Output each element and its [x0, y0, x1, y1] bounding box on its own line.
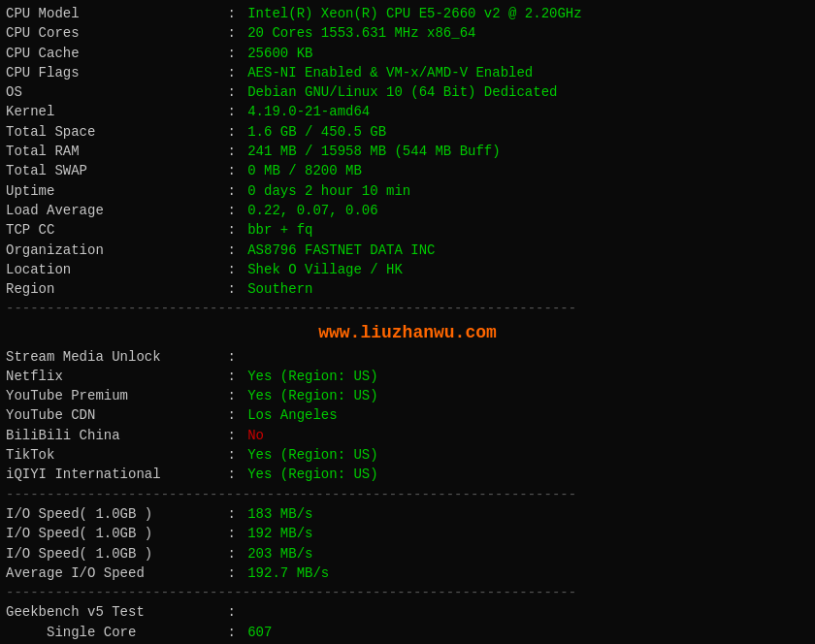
total-space-row: Total Space : 1.6 GB / 450.5 GB	[6, 122, 809, 142]
total-swap-row: Total SWAP : 0 MB / 8200 MB	[6, 161, 809, 180]
iqiyi-row: iQIYI International : Yes (Region: US)	[6, 465, 809, 484]
os-row: OS : Debian GNU/Linux 10 (64 Bit) Dedica…	[6, 82, 809, 102]
load-average-row: Load Average : 0.22, 0.07, 0.06	[6, 201, 809, 220]
os-value: Debian GNU/Linux 10 (64 Bit) Dedicated	[247, 82, 557, 102]
organization-value: AS8796 FASTNET DATA INC	[247, 241, 435, 260]
region-value: Southern	[247, 279, 312, 299]
tiktok-row: TikTok : Yes (Region: US)	[6, 445, 809, 465]
cpu-model-value: Intel(R) Xeon(R) CPU E5-2660 v2 @ 2.20GH…	[247, 4, 581, 23]
avg-io-label: Average I/O Speed	[6, 564, 219, 583]
netflix-value: Yes (Region: US)	[247, 367, 377, 386]
location-value: Shek O Village / HK	[247, 260, 403, 279]
kernel-row: Kernel : 4.19.0-21-amd64	[6, 102, 809, 121]
youtube-premium-label: YouTube Premium	[6, 386, 219, 405]
netflix-row: Netflix : Yes (Region: US)	[6, 367, 809, 386]
divider-3: ----------------------------------------…	[6, 583, 809, 602]
cpu-cores-row: CPU Cores : 20 Cores 1553.631 MHz x86_64	[6, 23, 809, 43]
cpu-flags-value: AES-NI Enabled & VM-x/AMD-V Enabled	[247, 63, 533, 82]
kernel-value: 4.19.0-21-amd64	[247, 102, 370, 121]
cpu-cores-label: CPU Cores	[6, 23, 219, 43]
watermark: www.liuzhanwu.com	[6, 319, 809, 347]
terminal: CPU Model : Intel(R) Xeon(R) CPU E5-2660…	[0, 0, 815, 644]
total-swap-label: Total SWAP	[6, 161, 219, 180]
region-row: Region : Southern	[6, 279, 809, 299]
youtube-cdn-label: YouTube CDN	[6, 405, 219, 425]
load-average-label: Load Average	[6, 201, 219, 220]
tcp-cc-value: bbr + fq	[247, 220, 312, 240]
cpu-flags-label: CPU Flags	[6, 63, 219, 82]
bilibili-label: BiliBili China	[6, 426, 219, 445]
cpu-cache-row: CPU Cache : 25600 KB	[6, 44, 809, 63]
youtube-premium-value: Yes (Region: US)	[247, 386, 377, 405]
stream-header-row: Stream Media Unlock :	[6, 347, 809, 367]
bilibili-row: BiliBili China : No	[6, 426, 809, 445]
netflix-label: Netflix	[6, 367, 219, 386]
cpu-flags-row: CPU Flags : AES-NI Enabled & VM-x/AMD-V …	[6, 63, 809, 82]
youtube-cdn-value: Los Angeles	[247, 405, 337, 425]
cpu-model-row: CPU Model : Intel(R) Xeon(R) CPU E5-2660…	[6, 4, 809, 23]
io-speed-3-value: 203 MB/s	[247, 544, 312, 564]
io-speed-2-value: 192 MB/s	[247, 524, 312, 543]
tcp-cc-row: TCP CC : bbr + fq	[6, 220, 809, 240]
total-space-label: Total Space	[6, 122, 219, 142]
load-average-value: 0.22, 0.07, 0.06	[247, 201, 377, 220]
iqiyi-label: iQIYI International	[6, 465, 219, 484]
uptime-value: 0 days 2 hour 10 min	[247, 181, 410, 201]
avg-io-value: 192.7 MB/s	[247, 564, 329, 583]
single-core-row: Single Core : 607	[6, 623, 809, 642]
io-speed-3-row: I/O Speed( 1.0GB ) : 203 MB/s	[6, 544, 809, 564]
io-speed-1-row: I/O Speed( 1.0GB ) : 183 MB/s	[6, 504, 809, 524]
total-ram-label: Total RAM	[6, 142, 219, 161]
organization-label: Organization	[6, 241, 219, 260]
region-label: Region	[6, 279, 219, 299]
io-speed-1-value: 183 MB/s	[247, 504, 312, 524]
location-label: Location	[6, 260, 219, 279]
io-speed-3-label: I/O Speed( 1.0GB )	[6, 544, 219, 564]
tiktok-value: Yes (Region: US)	[247, 445, 377, 465]
stream-header-label: Stream Media Unlock	[6, 347, 219, 367]
location-row: Location : Shek O Village / HK	[6, 260, 809, 279]
iqiyi-value: Yes (Region: US)	[247, 465, 377, 484]
cpu-cache-label: CPU Cache	[6, 44, 219, 63]
avg-io-row: Average I/O Speed : 192.7 MB/s	[6, 564, 809, 583]
youtube-cdn-row: YouTube CDN : Los Angeles	[6, 405, 809, 425]
cpu-cores-value: 20 Cores 1553.631 MHz x86_64	[247, 23, 475, 43]
divider-2: ----------------------------------------…	[6, 485, 809, 504]
single-core-value: 607	[247, 623, 272, 642]
total-space-value: 1.6 GB / 450.5 GB	[247, 122, 386, 142]
single-core-label: Single Core	[6, 623, 219, 642]
total-swap-value: 0 MB / 8200 MB	[247, 161, 362, 180]
geekbench-header-row: Geekbench v5 Test :	[6, 602, 809, 622]
os-label: OS	[6, 82, 219, 102]
bilibili-value: No	[247, 426, 264, 445]
io-speed-2-label: I/O Speed( 1.0GB )	[6, 524, 219, 543]
io-speed-1-label: I/O Speed( 1.0GB )	[6, 504, 219, 524]
uptime-label: Uptime	[6, 181, 219, 201]
organization-row: Organization : AS8796 FASTNET DATA INC	[6, 241, 809, 260]
divider-1: ----------------------------------------…	[6, 299, 809, 318]
uptime-row: Uptime : 0 days 2 hour 10 min	[6, 181, 809, 201]
io-speed-2-row: I/O Speed( 1.0GB ) : 192 MB/s	[6, 524, 809, 543]
total-ram-value: 241 MB / 15958 MB (544 MB Buff)	[247, 142, 500, 161]
tiktok-label: TikTok	[6, 445, 219, 465]
tcp-cc-label: TCP CC	[6, 220, 219, 240]
kernel-label: Kernel	[6, 102, 219, 121]
geekbench-header-label: Geekbench v5 Test	[6, 602, 219, 622]
youtube-premium-row: YouTube Premium : Yes (Region: US)	[6, 386, 809, 405]
total-ram-row: Total RAM : 241 MB / 15958 MB (544 MB Bu…	[6, 142, 809, 161]
cpu-cache-value: 25600 KB	[247, 44, 312, 63]
cpu-model-label: CPU Model	[6, 4, 219, 23]
